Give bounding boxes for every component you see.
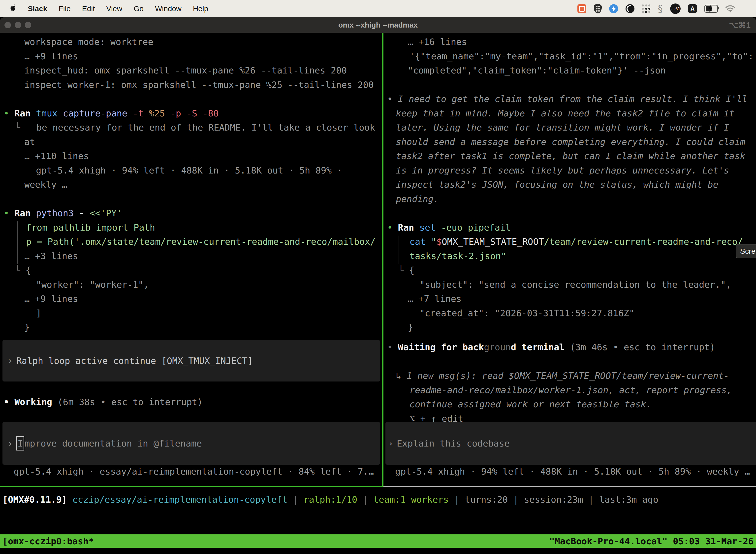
transcript-line: is in progress? It seems likely but perh… — [383, 163, 756, 178]
transcript-line: task2 after task1 is complete, but can I… — [383, 149, 756, 163]
text-cursor: I — [16, 436, 24, 450]
traffic-lights — [4, 22, 31, 28]
dots-grid-icon[interactable] — [642, 4, 650, 13]
shield-grid-icon[interactable] — [594, 4, 602, 13]
tmux-host-clock: "MacBook-Pro-44.local" 05:03 31-Mar-26 — [549, 536, 754, 546]
transcript-line: workspace_mode: worktree — [0, 35, 382, 49]
terminal-window: omx --xhigh --madmax ⌥⌘1 workspace_mode:… — [0, 17, 756, 554]
transcript-line: continue assigned work or next feasible … — [383, 397, 756, 411]
transcript-line: "created_at": "2026-03-31T11:59:27.816Z" — [383, 306, 756, 321]
tmux-panes: workspace_mode: worktree… +9 linesinspec… — [0, 33, 756, 486]
screen-record-icon[interactable] — [626, 4, 634, 13]
transcript-line: } — [0, 320, 382, 335]
menu-item-help[interactable]: Help — [193, 4, 208, 13]
hook-icon[interactable]: § — [658, 3, 663, 14]
right-pane-statusline: gpt-5.4 xhigh · 94% left · 488K in · 5.1… — [383, 464, 756, 479]
battery-icon[interactable] — [704, 5, 718, 13]
window-shortcut: ⌥⌘1 — [729, 20, 751, 30]
transcript-line: '{"team_name":"my-team","task_id":"1","f… — [383, 49, 756, 63]
transcript-line: ] — [0, 306, 382, 321]
transcript-line: pending. — [383, 192, 756, 206]
window-title: omx --xhigh --madmax — [338, 21, 418, 29]
minimize-button[interactable] — [15, 22, 21, 28]
ralph-loop-text: Ralph loop active continue [OMX_TMUX_INJ… — [16, 356, 253, 366]
menu-item-edit[interactable]: Edit — [82, 4, 95, 13]
working-status-line: • Working (6m 38s • esc to interrupt) — [0, 395, 382, 409]
pane-bottom-border — [0, 486, 756, 487]
left-pane-statusline: gpt-5.4 xhigh · essay/ai-reimplementatio… — [0, 464, 382, 479]
tmux-session-label: [omx-cczip0:bash* — [2, 536, 94, 546]
transcript-line: ↳ 1 new msg(s): read $OMX_TEAM_STATE_ROO… — [383, 369, 756, 383]
waiting-status-block: • Waiting for background terminal (3m 46… — [383, 340, 756, 426]
menu-item-go[interactable]: Go — [134, 4, 144, 13]
transcript-line: cat "$OMX_TEAM_STATE_ROOT/team/review-cu… — [383, 234, 756, 249]
transcript-line — [383, 78, 756, 92]
transcript-line: … +3 lines — [0, 249, 382, 263]
chevron-prompt: › — [2, 438, 13, 448]
menu-item-window[interactable]: Window — [155, 4, 182, 13]
transcript-line: } — [383, 320, 756, 335]
apple-menu[interactable] — [10, 4, 16, 14]
transcript-line: inspect_worker-1: omx sparkshell --tmux-… — [0, 78, 382, 92]
zoom-button[interactable] — [25, 22, 31, 28]
left-pane[interactable]: workspace_mode: worktree… +9 linesinspec… — [0, 33, 382, 486]
active-border-segment — [0, 486, 383, 487]
transcript-line: • I need to get the claim token from the… — [383, 92, 756, 106]
transcript-line: should send a message before completing … — [383, 135, 756, 149]
close-button[interactable] — [4, 22, 11, 28]
transcript-line: └ be necessary for the end of the README… — [0, 120, 382, 135]
menu-bar: Slack File Edit View Go Window Help § ..… — [0, 0, 756, 17]
menu-item-view[interactable]: View — [106, 4, 122, 13]
transcript-line: at — [0, 135, 382, 149]
transcript-line: "subject": "send a concise recommendatio… — [383, 277, 756, 292]
menu-item-file[interactable]: File — [59, 4, 70, 13]
chat-icon[interactable] — [577, 4, 586, 13]
transcript-line: readme-and-reco/mailbox/worker-1.json, a… — [383, 383, 756, 397]
transcript-line — [383, 206, 756, 220]
transcript-line: from pathlib import Path — [0, 220, 382, 235]
menu-status-icons: § ..61 A — [577, 3, 756, 14]
transcript-line: • Ran tmux capture-pane -t %25 -p -S -80 — [0, 106, 382, 121]
transcript-line: "worker": "worker-1", — [0, 277, 382, 292]
tmux-status-bar[interactable]: [omx-cczip0:bash* "MacBook-Pro-44.local"… — [0, 535, 756, 548]
transcript-line: later. Using the same for transition mig… — [383, 120, 756, 135]
transcript-line — [383, 354, 756, 369]
transcript-line: … +9 lines — [0, 49, 382, 63]
right-pane[interactable]: … +16 lines'{"team_name":"my-team","task… — [383, 33, 756, 486]
wifi-icon[interactable] — [725, 5, 735, 12]
prompt-input-right[interactable]: › Explain this codebase — [385, 422, 756, 465]
prompt-input-left[interactable]: › I mprove documentation in @filename — [2, 422, 380, 465]
window-titlebar[interactable]: omx --xhigh --madmax ⌥⌘1 — [0, 17, 756, 33]
left-pane-transcript: workspace_mode: worktree… +9 linesinspec… — [0, 35, 382, 335]
chevron-prompt: › — [385, 438, 393, 448]
transcript-line: inspect task2's JSON, focusing on the st… — [383, 177, 756, 192]
input-placeholder: mprove documentation in @filename — [24, 438, 202, 448]
right-pane-transcript: … +16 lines'{"team_name":"my-team","task… — [383, 35, 756, 335]
transcript-line — [0, 92, 382, 106]
transcript-line: inspect_hud: omx sparkshell --tmux-pane … — [0, 63, 382, 78]
transcript-line: … +7 lines — [383, 292, 756, 306]
screen-tooltip: Scre — [736, 244, 756, 258]
app-menu-slack[interactable]: Slack — [28, 4, 47, 13]
lightning-icon[interactable] — [609, 4, 618, 13]
transcript-line: • Waiting for background terminal (3m 46… — [383, 340, 756, 354]
battery-percent-icon[interactable]: ..61 — [670, 3, 681, 14]
input-placeholder: Explain this codebase — [397, 438, 510, 448]
inactive-border-segment — [383, 486, 756, 487]
ralph-loop-banner: › Ralph loop active continue [OMX_TMUX_I… — [2, 340, 380, 382]
transcript-line: "completed","claim_token":"claim-token"}… — [383, 63, 756, 78]
transcript-line — [0, 192, 382, 206]
omx-session-statusline: [OMX#0.11.9] cczip/essay/ai-reimplementa… — [2, 492, 756, 507]
transcript-line: └ { — [383, 263, 756, 277]
keyboard-a-icon[interactable]: A — [688, 4, 697, 13]
transcript-line: weekly … — [0, 177, 382, 192]
transcript-line: … +16 lines — [383, 35, 756, 49]
transcript-line: … +110 lines — [0, 149, 382, 163]
transcript-line: p = Path('.omx/state/team/review-current… — [0, 234, 382, 249]
transcript-line: tasks/task-2.json" — [383, 249, 756, 263]
transcript-line: • Ran set -euo pipefail — [383, 220, 756, 235]
chevron-prompt: › — [2, 356, 13, 366]
transcript-line: • Ran python3 - <<'PY' — [0, 206, 382, 220]
transcript-line: … +9 lines — [0, 292, 382, 306]
transcript-line: keep that in mind. Maybe I also need the… — [383, 106, 756, 121]
